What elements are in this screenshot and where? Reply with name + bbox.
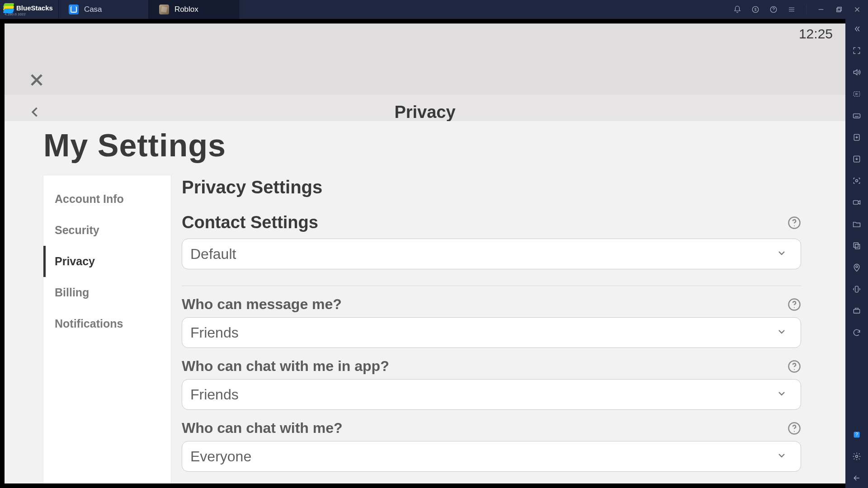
sidebar-item-label: Account Info — [55, 192, 124, 205]
svg-rect-23 — [855, 286, 859, 292]
svg-point-27 — [856, 455, 858, 458]
volume-icon[interactable] — [851, 67, 862, 78]
close-icon[interactable] — [28, 71, 45, 90]
sidebar-item-label: Security — [55, 224, 99, 236]
divider — [182, 286, 801, 286]
multi-instance-icon[interactable] — [851, 240, 862, 251]
svg-rect-19 — [854, 201, 859, 204]
svg-point-22 — [856, 266, 858, 267]
who-can-chat-select[interactable]: Everyone — [182, 441, 801, 472]
field-label: Who can message me? — [182, 296, 342, 313]
svg-rect-4 — [838, 7, 841, 11]
contact-default-select[interactable]: Default — [182, 239, 801, 269]
emulator-viewport: 12:25 Privacy My Settings Account Info S… — [2, 21, 845, 486]
keymap-icon[interactable] — [851, 89, 862, 99]
minimize-icon[interactable] — [816, 5, 826, 14]
shake-icon[interactable] — [851, 284, 862, 295]
sidebar-item-label: Billing — [55, 286, 89, 299]
help-icon[interactable] — [788, 360, 801, 373]
status-clock: 12:25 — [799, 26, 833, 42]
page-title: My Settings — [5, 121, 845, 175]
field-label: Who can chat with me? — [182, 420, 343, 436]
chevron-down-icon — [776, 326, 787, 339]
hamburger-icon[interactable] — [787, 5, 796, 14]
location-icon[interactable] — [851, 262, 862, 273]
bluestacks-logo-icon — [4, 3, 14, 13]
install-apk-icon[interactable] — [851, 132, 862, 143]
content-area: My Settings Account Info Security Privac… — [5, 121, 845, 483]
svg-point-13 — [794, 431, 795, 432]
svg-rect-20 — [854, 243, 858, 247]
record-icon[interactable] — [851, 197, 862, 208]
section-title: Privacy Settings — [182, 177, 801, 197]
svg-rect-15 — [854, 114, 860, 118]
roblox-icon — [159, 5, 169, 14]
settings-sidebar: Account Info Security Privacy Billing No… — [43, 175, 171, 483]
product-name: BlueStacks — [16, 4, 53, 12]
help-icon[interactable] — [769, 5, 778, 14]
sidebar-item-security[interactable]: Security — [43, 215, 171, 246]
bluestacks-logo-cell: BlueStacks 4.280.0.1022 — [0, 0, 58, 19]
svg-rect-21 — [855, 244, 860, 249]
chevron-down-icon — [776, 450, 787, 463]
guide-icon[interactable]: ? — [851, 429, 862, 440]
svg-point-11 — [794, 369, 795, 370]
rotate-icon[interactable] — [851, 305, 862, 316]
group-title: Contact Settings — [182, 213, 318, 232]
sync-icon[interactable] — [851, 327, 862, 338]
svg-point-3 — [774, 11, 774, 11]
help-icon[interactable] — [788, 298, 801, 311]
home-icon — [69, 5, 79, 14]
svg-text:$: $ — [755, 8, 757, 12]
field-row-chat: Who can chat with me? — [182, 420, 801, 436]
who-can-chat-in-app-select[interactable]: Friends — [182, 379, 801, 410]
screenshot-icon[interactable] — [851, 175, 862, 186]
collapse-toolbar-icon[interactable] — [851, 23, 862, 34]
sidebar-item-label: Privacy — [55, 255, 95, 267]
svg-point-18 — [856, 180, 858, 182]
contact-settings-header: Contact Settings — [182, 213, 801, 232]
select-value: Default — [190, 246, 236, 263]
svg-rect-5 — [837, 8, 840, 12]
tab-label: Casa — [84, 5, 102, 14]
tab-roblox[interactable]: Roblox — [149, 0, 239, 19]
svg-point-9 — [794, 307, 795, 308]
keyboard-icon[interactable] — [851, 110, 862, 121]
sidebar-item-notifications[interactable]: Notifications — [43, 308, 171, 339]
bluestacks-titlebar: BlueStacks 4.280.0.1022 Casa Roblox $ — [0, 0, 868, 19]
sidebar-item-label: Notifications — [55, 317, 123, 330]
who-can-message-select[interactable]: Friends — [182, 317, 801, 348]
titlebar-actions: $ — [733, 0, 868, 19]
close-window-icon[interactable] — [853, 5, 862, 14]
restore-icon[interactable] — [835, 5, 844, 14]
sidebar-item-billing[interactable]: Billing — [43, 277, 171, 308]
field-label: Who can chat with me in app? — [182, 358, 389, 375]
settings-gear-icon[interactable] — [851, 451, 862, 462]
tab-casa[interactable]: Casa — [58, 0, 149, 19]
nav-title: Privacy — [5, 103, 845, 122]
sidebar-item-account-info[interactable]: Account Info — [43, 183, 171, 215]
chevron-down-icon — [776, 248, 787, 260]
field-row-message: Who can message me? — [182, 296, 801, 313]
media-folder-icon[interactable] — [851, 219, 862, 230]
bell-icon[interactable] — [733, 5, 742, 14]
sidebar-item-privacy[interactable]: Privacy — [43, 246, 171, 277]
back-icon[interactable] — [29, 103, 42, 123]
screenshot-save-icon[interactable] — [851, 154, 862, 164]
select-value: Friends — [190, 386, 239, 403]
help-icon[interactable] — [788, 422, 801, 435]
account-icon[interactable]: $ — [751, 5, 760, 14]
android-statusbar: 12:25 — [5, 23, 845, 44]
settings-main: Privacy Settings Contact Settings Defaul… — [182, 175, 828, 483]
tab-label: Roblox — [175, 5, 198, 14]
back-nav-icon[interactable] — [851, 473, 862, 483]
field-row-chat-app: Who can chat with me in app? — [182, 358, 801, 375]
help-icon[interactable] — [788, 216, 801, 230]
chevron-down-icon — [776, 388, 787, 401]
fullscreen-icon[interactable] — [851, 45, 862, 56]
select-value: Everyone — [190, 448, 251, 465]
svg-point-7 — [794, 225, 795, 226]
svg-rect-24 — [854, 310, 859, 313]
select-value: Friends — [190, 324, 239, 341]
svg-text:?: ? — [855, 432, 858, 437]
